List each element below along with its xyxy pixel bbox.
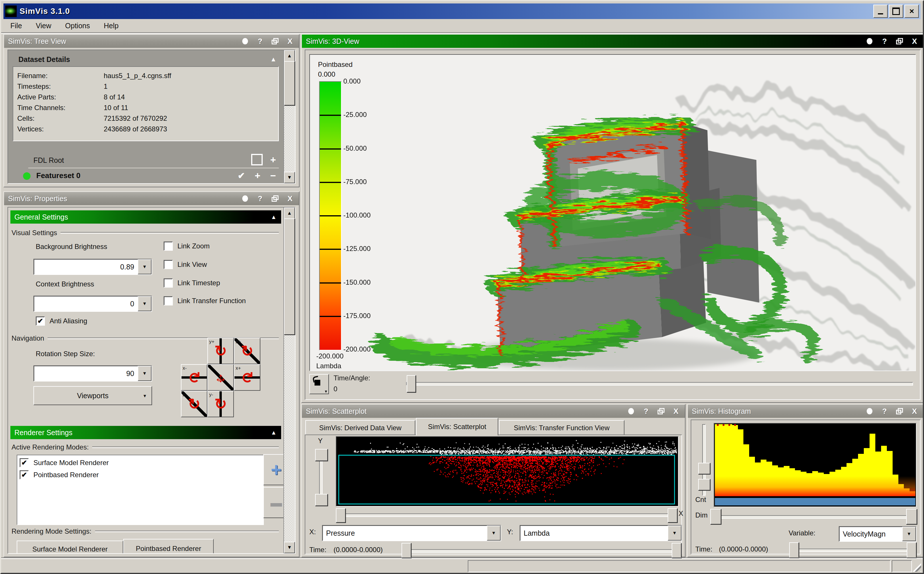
menu-file[interactable]: File — [3, 20, 29, 31]
time-slider-right-handle[interactable] — [907, 542, 916, 558]
restore-icon[interactable] — [657, 407, 665, 416]
time-angle-slider-track[interactable] — [406, 382, 913, 386]
dot-icon[interactable] — [627, 407, 635, 416]
tab-surface-model-renderer[interactable]: Surface Model Renderer — [17, 541, 123, 553]
scatter-plot-area[interactable] — [336, 436, 678, 506]
time-slider-left-handle[interactable] — [789, 542, 799, 558]
scrollbar-thumb[interactable] — [284, 61, 295, 106]
checkbox[interactable] — [164, 296, 173, 306]
scroll-down-icon[interactable]: ▼ — [284, 172, 295, 183]
dim-left-handle[interactable] — [710, 509, 721, 524]
rotate-y--button[interactable]: y-↻ — [208, 391, 234, 417]
collapse-icon[interactable]: ▲ — [271, 429, 281, 436]
dropdown-arrow-icon[interactable]: ▼ — [667, 525, 682, 541]
checkbox[interactable] — [164, 241, 173, 251]
renderer-settings-bar[interactable]: Renderer Settings ▲ — [10, 426, 281, 439]
dot-icon[interactable] — [241, 37, 249, 46]
view-reset-button[interactable]: ▼ — [309, 374, 329, 394]
check-link-zoom[interactable]: Link Zoom — [164, 241, 210, 251]
dim-slider-track[interactable] — [712, 515, 916, 519]
x-range-left-handle[interactable] — [336, 508, 346, 523]
ctx-brightness-combo[interactable]: 0 ▼ — [33, 296, 152, 312]
checkbox[interactable]: ✔ — [20, 470, 29, 479]
dot-icon[interactable] — [241, 194, 249, 203]
anti-aliasing-row[interactable]: ✔ Anti Aliasing — [36, 316, 87, 326]
dropdown-arrow-icon[interactable]: ▼ — [138, 366, 151, 381]
dot-icon[interactable] — [865, 407, 874, 416]
minimize-button[interactable] — [873, 5, 888, 18]
check-link-timestep[interactable]: Link Timestep — [164, 278, 220, 288]
dataset-details-bar[interactable]: Dataset Details ▲ — [11, 53, 280, 66]
scroll-up-icon[interactable]: ▲ — [284, 50, 295, 62]
titlebar[interactable]: SimVis 3.1.0 × — [3, 3, 921, 19]
viewport-3d[interactable]: Pointbased 0.000 0.000-25.000-50.000-75.… — [309, 54, 916, 371]
rotate-x+-button[interactable]: x+↻ — [234, 364, 260, 391]
time-slider-right-handle[interactable] — [672, 543, 682, 558]
bg-brightness-value[interactable]: 0.89 — [34, 259, 138, 274]
restore-icon[interactable] — [271, 37, 279, 46]
tab-derived-data-view[interactable]: SimVis: Derived Data View — [305, 420, 416, 436]
check-link-view[interactable]: Link View — [164, 260, 207, 269]
menu-view[interactable]: View — [29, 20, 58, 31]
checkbox[interactable] — [164, 260, 173, 269]
featureset-remove-icon[interactable]: − — [270, 170, 276, 181]
close-icon[interactable]: X — [910, 407, 919, 416]
cnt-lower-handle[interactable] — [698, 479, 710, 490]
bg-brightness-combo[interactable]: 0.89 ▼ — [33, 259, 152, 275]
histogram-header[interactable]: SimVis: Histogram ? X — [688, 405, 923, 418]
help-icon[interactable]: ? — [880, 407, 889, 416]
remove-renderer-button[interactable]: ▬ — [263, 487, 283, 518]
check-link-transfer-function[interactable]: Link Transfer Function — [164, 296, 246, 306]
rotate-x--button[interactable]: x-↻ — [181, 364, 208, 391]
y-variable-value[interactable]: Lambda — [520, 525, 667, 541]
mode-surface-model-renderer[interactable]: ✔Surface Model Renderer — [20, 458, 261, 467]
fdl-root-row[interactable]: FDL Root + — [8, 153, 283, 168]
help-icon[interactable]: ? — [256, 194, 264, 203]
restore-icon[interactable] — [271, 194, 279, 203]
viewports-button[interactable]: Viewports ▼ — [33, 386, 152, 405]
close-icon[interactable]: X — [286, 37, 294, 46]
checkbox[interactable] — [164, 278, 173, 288]
time-slider-track[interactable] — [403, 549, 681, 553]
help-icon[interactable]: ? — [642, 407, 650, 416]
y-range-upper-handle[interactable] — [315, 449, 328, 461]
time-slider-left-handle[interactable] — [401, 543, 411, 558]
time-angle-slider-handle[interactable] — [407, 375, 416, 393]
y-range-lower-handle[interactable] — [315, 494, 328, 506]
cnt-upper-handle[interactable] — [698, 463, 710, 474]
dim-right-handle[interactable] — [906, 509, 917, 524]
restore-icon[interactable] — [895, 37, 904, 46]
scroll-up-icon[interactable]: ▲ — [284, 208, 295, 219]
dropdown-arrow-icon[interactable]: ▼ — [487, 525, 501, 541]
general-settings-bar[interactable]: General Settings ▲ — [10, 210, 281, 224]
menu-help[interactable]: Help — [97, 20, 125, 31]
tab-transfer-function-view[interactable]: SimVis: Transfer Function View — [499, 420, 625, 436]
featureset-row[interactable]: Featureset 0 ✔ + − — [8, 169, 283, 183]
rotate-y+-button[interactable]: y+↻ — [208, 338, 234, 364]
close-button[interactable]: × — [904, 5, 919, 18]
restore-icon[interactable] — [895, 407, 904, 416]
ctx-brightness-value[interactable]: 0 — [34, 296, 138, 311]
close-icon[interactable]: X — [672, 407, 680, 416]
help-icon[interactable]: ? — [256, 37, 264, 46]
fdl-add-icon[interactable]: + — [270, 154, 276, 166]
scrollbar-thumb[interactable] — [284, 218, 295, 335]
featureset-check-icon[interactable]: ✔ — [238, 170, 245, 181]
properties-scrollbar[interactable]: ▲ ▼ — [283, 208, 295, 553]
rendering-modes-listbox[interactable]: ✔Surface Model Renderer✔Pointbased Rende… — [17, 455, 264, 525]
time-slider-track[interactable] — [790, 549, 916, 552]
rotate-z+-button[interactable]: z+↻ — [234, 338, 260, 364]
add-renderer-button[interactable]: + ▼ — [263, 454, 283, 485]
variable-combo[interactable]: VelocityMagn ▼ — [839, 526, 916, 542]
menu-options[interactable]: Options — [58, 20, 97, 31]
collapse-icon[interactable]: ▲ — [270, 55, 280, 63]
featureset-add-icon[interactable]: + — [255, 170, 260, 181]
x-range-right-handle[interactable] — [667, 508, 677, 523]
rotation-step-combo[interactable]: 90 ▼ — [33, 365, 152, 382]
view3d-header[interactable]: SimVis: 3D-View ? X — [302, 35, 923, 48]
dropdown-arrow-icon[interactable]: ▼ — [138, 259, 151, 274]
scroll-down-icon[interactable]: ▼ — [284, 542, 295, 553]
histogram-plot-area[interactable] — [714, 423, 916, 507]
rotation-step-value[interactable]: 90 — [34, 366, 138, 381]
close-icon[interactable]: X — [910, 37, 919, 46]
